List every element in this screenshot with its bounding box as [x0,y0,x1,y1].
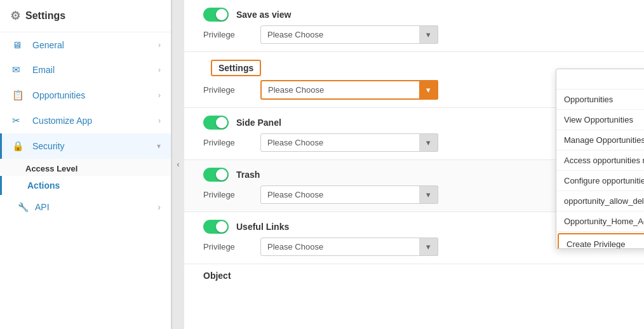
sidebar: ⚙ Settings 🖥 General › ✉ Email › 📋 Oppor… [0,0,171,329]
actions-label: Actions [27,180,60,191]
privilege-label-side-panel: Privilege [203,138,260,147]
sidebar-item-opportunities-label: Opportunities [32,90,158,100]
privilege-label-save-as-view: Privilege [203,30,260,39]
toggle-trash[interactable] [203,168,229,182]
sidebar-item-customize-label: Customize App [32,116,158,126]
customize-icon: ✂ [12,115,26,126]
dropdown-save-as-view[interactable]: Please Choose ▾ [260,25,438,44]
sidebar-nav: 🖥 General › ✉ Email › 📋 Opportunities › … [0,32,171,329]
sidebar-item-customize[interactable]: ✂ Customize App › [0,108,171,133]
privilege-select-trash[interactable]: Please Choose [260,185,438,204]
privilege-select-side-panel[interactable]: Please Choose [260,133,438,152]
chevron-right-icon: › [158,91,161,100]
object-section-label: Object [184,264,644,287]
chevron-right-icon: › [158,202,161,212]
row-header-save-as-view: Save as view [203,8,625,22]
dropdown-option-manage-opportunities[interactable]: Manage Opportunities [556,130,644,151]
dropdown-useful-links[interactable]: Please Choose ▾ [260,238,438,256]
security-sub-nav: Access Level Actions [0,159,171,195]
privilege-select-useful-links[interactable]: Please Choose [260,238,438,256]
toggle-side-panel[interactable] [203,116,229,130]
toggle-save-as-view[interactable] [203,8,229,22]
privilege-label-useful-links: Privilege [203,242,260,252]
settings-privilege-dropdown-popup: 🔍 Opportunities View Opportunities Manag… [556,69,644,249]
sidebar-item-security[interactable]: 🔒 Security ▾ [0,133,171,159]
opportunities-icon: 📋 [12,90,26,101]
row-save-as-view: Save as view Privilege Please Choose ▾ [184,0,644,52]
privilege-label-trash: Privilege [203,190,260,199]
dropdown-trash[interactable]: Please Choose ▾ [260,185,438,204]
toggle-useful-links[interactable] [203,220,229,234]
api-label: API [35,202,158,212]
dropdown-option-create-privilege[interactable]: Create Privilege [558,233,644,248]
dropdown-options-list: Opportunities View Opportunities Manage … [556,90,644,248]
row-title-side-panel: Side Panel [236,117,281,128]
dropdown-search-input[interactable] [561,72,644,86]
dropdown-option-access-reports[interactable]: Access opportunities reports [556,151,644,171]
lock-icon: 🔒 [12,140,26,152]
dropdown-option-configure-opportunities[interactable]: Configure opportunities [556,171,644,191]
dropdown-option-allow-delete[interactable]: opportunity_allow_delete [556,191,644,211]
privilege-label-settings: Privilege [203,85,260,95]
dropdown-option-view-opportunities[interactable]: View Opportunities [556,110,644,130]
email-icon: ✉ [12,64,26,76]
dropdown-search-box[interactable]: 🔍 [556,69,644,90]
sidebar-item-opportunities[interactable]: 📋 Opportunities › [0,83,171,108]
dropdown-side-panel[interactable]: Please Choose ▾ [260,133,438,152]
privilege-row-save-as-view: Privilege Please Choose ▾ [203,25,625,44]
row-title-useful-links: Useful Links [236,222,289,232]
dropdown-settings[interactable]: Please Choose ▾ [260,80,438,100]
sidebar-item-general-label: General [32,40,158,50]
sidebar-item-actions[interactable]: Actions [0,176,171,195]
sidebar-item-security-label: Security [32,141,157,151]
sidebar-item-email-label: Email [32,65,158,75]
sidebar-item-api[interactable]: 🔧 API › [0,195,171,219]
chevron-right-icon: › [158,116,161,125]
access-level-label: Access Level [0,159,171,176]
row-title-trash: Trash [236,170,260,180]
dropdown-option-home-access[interactable]: Opportunity_Home_Access [556,211,644,232]
app-title-bar: ⚙ Settings [0,0,171,32]
sidebar-item-email[interactable]: ✉ Email › [0,57,171,83]
collapse-sidebar-button[interactable]: ‹ [171,0,184,329]
main-content: Save as view Privilege Please Choose ▾ S… [184,0,644,329]
gear-icon: ⚙ [10,9,20,23]
app-title: Settings [25,10,65,22]
chevron-down-icon: ▾ [157,142,161,151]
row-title-save-as-view: Save as view [236,10,291,20]
monitor-icon: 🖥 [12,39,26,50]
sidebar-item-general[interactable]: 🖥 General › [0,32,171,57]
privilege-select-settings[interactable]: Please Choose [260,80,438,100]
chevron-right-icon: › [158,65,161,74]
row-title-settings: Settings [211,60,261,76]
dropdown-option-opportunities[interactable]: Opportunities [556,90,644,110]
chevron-right-icon: › [158,41,161,50]
api-icon: 🔧 [18,202,29,212]
privilege-select-save-as-view[interactable]: Please Choose [260,25,438,44]
